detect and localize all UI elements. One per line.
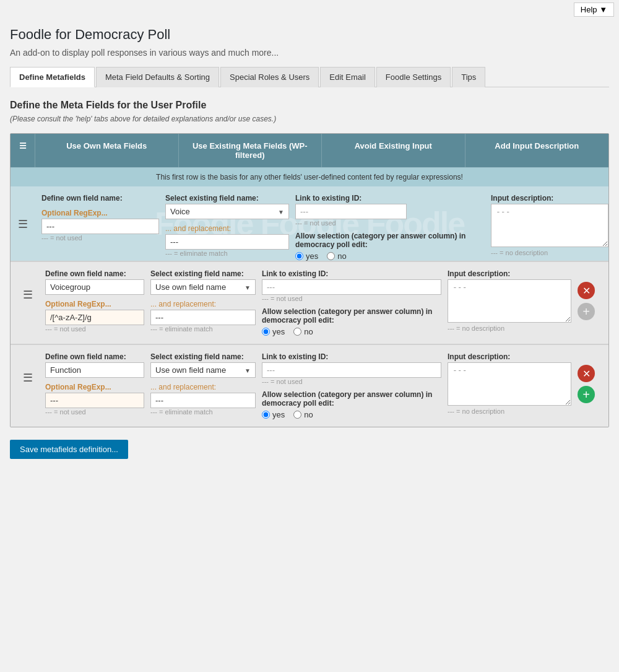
row1-allow-sel-label: Allow selection (category per answer col… (262, 307, 441, 325)
row2-radio-yes[interactable]: yes (262, 410, 285, 419)
first-existing-select[interactable]: Voice Use own field name (165, 204, 289, 219)
row2-link-id-note: --- = not used (262, 378, 441, 385)
save-button[interactable]: Save metafields definition... (10, 440, 128, 459)
first-radio-no[interactable]: no (327, 251, 346, 261)
first-link-id-label: Link to existing ID: (295, 194, 485, 203)
first-own-field-group: Define own field name: Optional RegExp..… (41, 186, 159, 242)
row2-own-field-label: Define own field name: (45, 352, 144, 361)
info-row: This first row is the basis for any othe… (11, 167, 608, 186)
header-col4: Add Input Description (465, 134, 609, 167)
row1-replace-label: ... and replacement: (150, 300, 256, 308)
row1-existing-field-group: Select existing field name: Use own fiel… (150, 269, 256, 333)
row1-add-button[interactable]: + (578, 303, 595, 320)
row2-replace-label: ... and replacement: (150, 383, 256, 391)
first-existing-label: Select existing field name: (165, 194, 289, 203)
first-radio-yes[interactable]: yes (295, 251, 318, 261)
first-own-field-label: Define own field name: (41, 194, 159, 203)
row2-own-field-input[interactable] (45, 362, 144, 378)
row1-desc-textarea[interactable]: --- (448, 279, 571, 323)
drag-handle-row2[interactable]: ☰ (17, 352, 39, 385)
row1-replace-note: --- = eliminate match (150, 325, 256, 333)
first-existing-select-wrap: Voice Use own field name (165, 204, 289, 219)
row2-radio-group: yes no (262, 410, 441, 419)
row1-action-btns: ✕ + (578, 269, 602, 320)
first-desc-group: Input description: --- --- = no descript… (491, 186, 608, 256)
first-desc-textarea[interactable]: --- (491, 204, 608, 247)
row1-regexp-label: Optional RegExp... (45, 300, 144, 308)
row1-link-id-note: --- = not used (262, 295, 441, 302)
meta-table: ☰ Use Own Meta Fields Use Existing Meta … (10, 133, 609, 427)
row1-replace-input[interactable] (150, 310, 256, 325)
row2-regexp-note: --- = not used (45, 408, 144, 416)
row2-action-btns: ✕ + (578, 352, 602, 403)
row2-desc-group: Input description: --- --- = no descript… (448, 352, 571, 415)
header-col3: Avoid Existing Input (322, 134, 465, 167)
first-regexp-note: --- = not used (41, 234, 159, 242)
row2-desc-textarea[interactable]: --- (448, 362, 571, 406)
row2-add-button[interactable]: + (578, 386, 595, 403)
row2-regexp-label: Optional RegExp... (45, 383, 144, 391)
row1-regexp-note: --- = not used (45, 325, 144, 333)
first-replace-input[interactable] (165, 234, 289, 250)
first-allow-sel-label: Allow selection (category per answer col… (295, 232, 485, 249)
top-bar: Help ▼ (0, 0, 619, 19)
row1-own-field-group: Define own field name: Optional RegExp..… (45, 269, 144, 333)
row2-regexp-input[interactable] (45, 393, 144, 408)
row1-radio-no[interactable]: no (293, 327, 313, 336)
row2-own-field-group: Define own field name: Optional RegExp..… (45, 352, 144, 416)
first-radio-group: yes no (295, 251, 485, 261)
row2-existing-field-group: Select existing field name: Use own fiel… (150, 352, 256, 416)
first-regexp-input[interactable] (41, 219, 159, 234)
table-row: ☰ Define own field name: Optional RegExp… (11, 261, 608, 344)
row2-remove-button[interactable]: ✕ (578, 365, 595, 382)
tab-meta-field-defaults[interactable]: Meta Field Defaults & Sorting (96, 67, 219, 87)
row1-link-id-label: Link to existing ID: (262, 269, 441, 278)
tab-bar: Define Metafields Meta Field Defaults & … (10, 66, 609, 87)
first-link-id-input[interactable] (295, 204, 407, 219)
row1-link-id-input[interactable] (262, 279, 441, 295)
row2-existing-select[interactable]: Use own field name Voice (150, 362, 256, 378)
header-drag: ☰ (11, 134, 35, 167)
row1-existing-select-wrap: Use own field name Voice (150, 279, 256, 295)
save-btn-wrap: Save metafields definition... (10, 440, 609, 459)
tab-edit-email[interactable]: Edit Email (320, 67, 375, 87)
tab-special-roles-users[interactable]: Special Roles & Users (220, 67, 319, 87)
row1-desc-note: --- = no description (448, 325, 571, 332)
first-regexp-label: Optional RegExp... (41, 209, 159, 217)
row1-own-field-input[interactable] (45, 279, 144, 295)
row2-existing-select-wrap: Use own field name Voice (150, 362, 256, 378)
row2-radio-no[interactable]: no (293, 410, 313, 419)
row1-desc-label: Input description: (448, 269, 571, 278)
first-row: Foodle Foodle Foodle ☰ Define own field … (11, 186, 608, 261)
table-header: ☰ Use Own Meta Fields Use Existing Meta … (11, 134, 608, 167)
tab-tips[interactable]: Tips (452, 67, 485, 87)
section-note: (Please consult the 'help' tabs above fo… (10, 115, 609, 123)
first-replace-label: ... and replacement: (165, 224, 289, 233)
row2-replace-input[interactable] (150, 393, 256, 408)
row2-avoid-group: Link to existing ID: --- = not used Allo… (262, 352, 441, 419)
row2-allow-sel-label: Allow selection (category per answer col… (262, 390, 441, 408)
first-existing-field-group: Select existing field name: Voice Use ow… (165, 186, 289, 257)
row1-existing-select[interactable]: Use own field name Voice (150, 279, 256, 295)
page-title: Foodle for Democracy Poll (10, 27, 609, 43)
row1-remove-button[interactable]: ✕ (578, 282, 595, 299)
row2-desc-label: Input description: (448, 352, 571, 361)
drag-handle-first[interactable]: ☰ (11, 186, 35, 231)
tab-define-metafields[interactable]: Define Metafields (10, 67, 95, 87)
help-button[interactable]: Help ▼ (574, 2, 614, 17)
row1-radio-yes[interactable]: yes (262, 327, 285, 336)
first-desc-note: --- = no description (491, 249, 608, 256)
row2-existing-label: Select existing field name: (150, 352, 256, 361)
row1-radio-group: yes no (262, 327, 441, 336)
page-subtitle: An add-on to display poll responses in v… (10, 48, 609, 58)
first-avoid-group: Link to existing ID: --- = not used Allo… (295, 186, 485, 261)
row2-replace-note: --- = eliminate match (150, 408, 256, 416)
row2-link-id-input[interactable] (262, 362, 441, 378)
row1-regexp-input[interactable] (45, 310, 144, 325)
first-replace-note: --- = eliminate match (165, 250, 289, 257)
row1-own-field-label: Define own field name: (45, 269, 144, 278)
tab-foodle-settings[interactable]: Foodle Settings (376, 67, 451, 87)
row2-link-id-label: Link to existing ID: (262, 352, 441, 361)
table-row: ☰ Define own field name: Optional RegExp… (11, 344, 608, 427)
drag-handle-row1[interactable]: ☰ (17, 269, 39, 302)
